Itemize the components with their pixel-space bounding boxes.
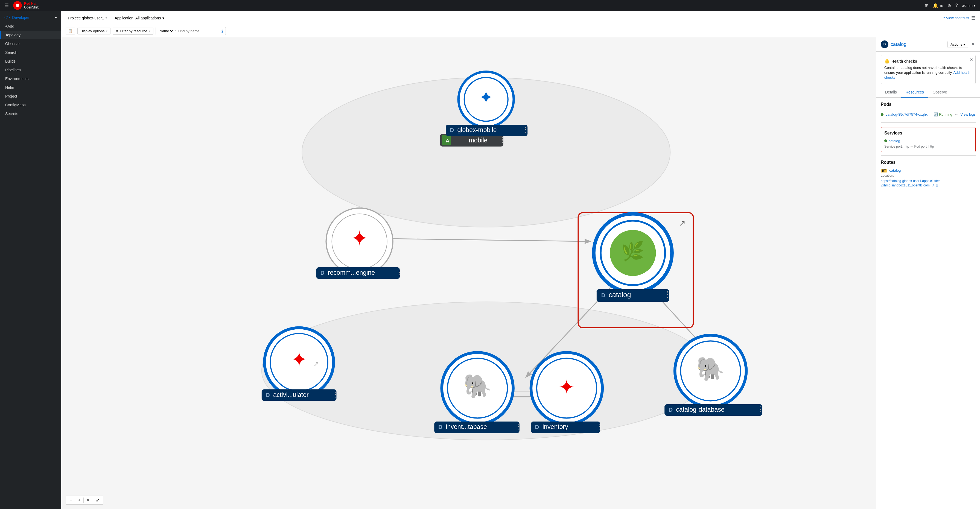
sidebar-item-configmaps[interactable]: ConfigMaps	[0, 100, 61, 109]
topology-icon-button[interactable]: 📋	[65, 28, 75, 35]
svg-text:D: D	[668, 407, 673, 413]
svg-text:⋮: ⋮	[499, 135, 507, 144]
separator-2	[881, 155, 975, 156]
filter-icon: ⧉	[116, 29, 118, 33]
admin-user-menu[interactable]: admin ▾	[962, 3, 975, 8]
list-view-icon[interactable]: ☰	[971, 15, 975, 21]
brand-logo: Red Hat OpenShift	[13, 1, 38, 10]
project-selector[interactable]: Project: globex-user1 ▾	[65, 15, 109, 21]
zoom-in-button[interactable]: +	[76, 497, 82, 503]
svg-text:↗: ↗	[313, 360, 319, 367]
brand-red-text: Red Hat	[24, 2, 38, 5]
display-options-chevron-icon: ▾	[106, 30, 107, 33]
svg-text:⋮: ⋮	[757, 405, 764, 413]
external-link-icon[interactable]: ↗	[932, 183, 935, 187]
find-by-name-input[interactable]	[177, 29, 220, 33]
separator-1	[881, 122, 975, 123]
svg-text:D: D	[601, 292, 605, 298]
view-logs-link[interactable]: View logs	[961, 112, 975, 116]
tab-observe[interactable]: Observe	[928, 87, 951, 98]
service-name-link[interactable]: catalog	[889, 139, 900, 143]
panel-type-badge: D	[881, 40, 888, 48]
notification-bell-icon[interactable]: 🔔 10	[933, 3, 943, 8]
book-icon: 📋	[68, 29, 73, 33]
zoom-out-button[interactable]: −	[68, 497, 74, 503]
svg-text:A: A	[446, 138, 450, 143]
top-navigation: ☰ Red Hat OpenShift ⊞ 🔔 10 ⊕ ? admin ▾	[0, 0, 980, 11]
pod-row: catalog-85d7df7574-cxqhx 🔄 Running ↔ Vie…	[881, 110, 975, 119]
notification-count: 10	[940, 4, 943, 8]
sidebar-item-secrets[interactable]: Secrets	[0, 109, 61, 118]
sidebar-item-project[interactable]: Project	[0, 92, 61, 100]
grid-icon[interactable]: ⊞	[925, 3, 928, 8]
zoom-fit-button[interactable]: ⤢	[94, 497, 101, 503]
view-shortcuts-link[interactable]: ? View shortcuts	[943, 16, 969, 20]
application-chevron-icon: ▾	[162, 16, 164, 20]
panel-close-button[interactable]: ✕	[970, 41, 975, 48]
hamburger-menu[interactable]: ☰	[5, 2, 9, 8]
sync-icon: 🔄	[934, 112, 938, 116]
sidebar-secrets-label: Secrets	[5, 111, 18, 116]
tab-resources[interactable]: Resources	[901, 87, 928, 98]
svg-text:inventory: inventory	[542, 423, 568, 430]
application-selector[interactable]: Application: All applications ▾	[112, 15, 167, 21]
tab-details[interactable]: Details	[881, 87, 901, 98]
sidebar-search-label: Search	[5, 50, 17, 55]
health-alert-close-button[interactable]: ✕	[970, 57, 973, 62]
brand-name-text: OpenShift	[24, 5, 38, 9]
sidebar-item-pipelines[interactable]: Pipelines	[0, 65, 61, 74]
sidebar-helm-label: Helm	[5, 85, 14, 90]
health-alert-text: Container catalog does not have health c…	[884, 65, 972, 80]
info-icon[interactable]: ℹ	[221, 29, 223, 33]
svg-text:⋮: ⋮	[596, 422, 603, 431]
filter-by-resource-button[interactable]: ⧉ Filter by resource ▾	[113, 28, 153, 35]
filter-by-resource-label: Filter by resource	[120, 29, 147, 33]
display-options-button[interactable]: Display options ▾	[77, 28, 110, 35]
svg-text:✦: ✦	[558, 376, 575, 398]
panel-title-text: catalog	[891, 41, 907, 47]
pod-name-link[interactable]: catalog-85d7df7574-cxqhx	[886, 112, 931, 116]
pod-status-text: Running	[939, 112, 952, 116]
zoom-divider-2	[83, 498, 84, 503]
redhat-logo-icon	[13, 1, 22, 10]
svg-text:globex-mobile: globex-mobile	[457, 126, 496, 134]
sidebar-configmaps-label: ConfigMaps	[5, 103, 26, 107]
route-item: RT catalog	[881, 168, 975, 172]
zoom-reset-button[interactable]: ✕	[85, 497, 92, 503]
application-label: Application: All applications	[115, 16, 161, 20]
sidebar-topology-label: Topology	[5, 33, 21, 37]
service-item: catalog	[884, 139, 972, 143]
sidebar-builds-label: Builds	[5, 59, 16, 64]
sidebar-add-label: +Add	[5, 24, 14, 29]
pod-running-indicator	[881, 113, 883, 116]
svg-text:invent...tabase: invent...tabase	[446, 423, 487, 430]
sidebar-item-helm[interactable]: Helm	[0, 83, 61, 92]
display-options-label: Display options	[80, 29, 105, 33]
svg-text:🌿: 🌿	[621, 240, 644, 262]
plus-circle-icon[interactable]: ⊕	[947, 3, 951, 8]
svg-text:✦: ✦	[351, 227, 368, 250]
pod-status: 🔄 Running	[934, 112, 952, 116]
name-filter-select[interactable]: Name	[159, 29, 173, 33]
svg-text:⋮: ⋮	[396, 268, 403, 276]
topology-canvas[interactable]: ✦ A mobile ⋮ D globex-mobile ⋮ ✦ D recom…	[61, 37, 980, 509]
project-label: Project: globex-user1	[68, 16, 104, 20]
route-url-container: https://catalog-globex-user1.apps.cluste…	[881, 178, 975, 187]
secondary-toolbar: Project: globex-user1 ▾ Application: All…	[61, 11, 980, 25]
health-alert: 🔔 Health checks Container catalog does n…	[881, 55, 975, 84]
route-name-link[interactable]: catalog	[889, 169, 901, 172]
sidebar-item-add[interactable]: +Add	[0, 22, 61, 30]
sidebar-item-observe[interactable]: Observe	[0, 39, 61, 48]
svg-line-3	[383, 239, 590, 242]
sidebar-item-topology[interactable]: Topology	[0, 30, 61, 39]
svg-text:⋮: ⋮	[332, 390, 339, 399]
copy-icon[interactable]: ⎘	[936, 183, 938, 187]
panel-actions-button[interactable]: Actions ▾	[947, 41, 968, 48]
zoom-controls: − + ✕ ⤢	[65, 496, 103, 505]
svg-text:↗: ↗	[679, 218, 686, 227]
sidebar-item-search[interactable]: Search	[0, 48, 61, 57]
perspective-switcher[interactable]: </> Developer ▾	[0, 13, 61, 22]
help-icon[interactable]: ?	[955, 3, 958, 8]
sidebar-item-environments[interactable]: Environments	[0, 74, 61, 83]
sidebar-item-builds[interactable]: Builds	[0, 57, 61, 65]
